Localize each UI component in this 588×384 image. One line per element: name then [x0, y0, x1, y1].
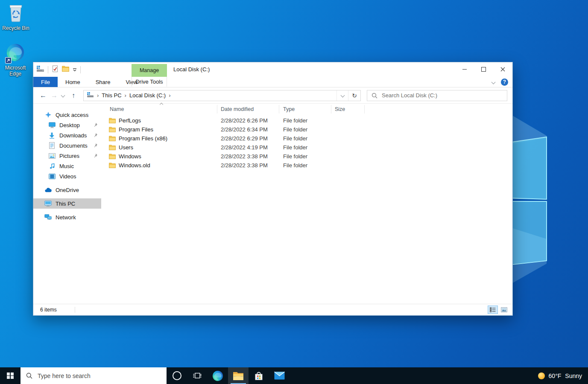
file-list-pane: Name Date modified Type Size PerfLogs 2/…: [101, 104, 512, 304]
column-header-name[interactable]: Name: [101, 105, 217, 113]
column-header-size[interactable]: Size: [331, 105, 365, 113]
onedrive-cloud-icon: [44, 186, 52, 194]
file-explorer-taskbar-button[interactable]: [228, 367, 249, 384]
documents-icon: [48, 142, 56, 149]
edge-taskbar-button[interactable]: [208, 367, 228, 384]
refresh-button[interactable]: ↻: [348, 90, 360, 101]
videos-film-icon: [48, 173, 56, 180]
pin-icon: [93, 143, 98, 149]
desktop-icon-label: Recycle Bin: [0, 25, 31, 31]
tab-file[interactable]: File: [33, 77, 58, 87]
window-controls: [455, 62, 512, 76]
microsoft-store-button[interactable]: [249, 367, 269, 384]
quick-access-star-icon: [44, 111, 52, 119]
back-button[interactable]: ←: [38, 92, 49, 99]
sun-icon: [538, 372, 545, 379]
file-explorer-window: Manage Local Disk (C:) File Home Share V…: [33, 62, 513, 316]
quick-access-toolbar: [37, 62, 81, 77]
task-view-icon: [193, 372, 202, 379]
up-button[interactable]: ↑: [68, 92, 79, 99]
sidebar-item-quick-access[interactable]: Quick access: [33, 110, 101, 120]
mail-icon: [274, 372, 285, 380]
breadcrumb-this-pc[interactable]: This PC: [102, 92, 121, 99]
sidebar-item-network[interactable]: Network: [33, 212, 101, 222]
expand-ribbon-icon[interactable]: [491, 80, 496, 84]
help-icon[interactable]: ?: [501, 79, 508, 86]
sidebar-item-downloads[interactable]: Downloads: [33, 130, 101, 140]
file-type: File folder: [279, 144, 331, 151]
explorer-search-box: [367, 90, 507, 101]
file-row-users[interactable]: Users 2/28/2022 4:19 PM File folder: [101, 143, 512, 152]
file-date-modified: 2/28/2022 6:26 PM: [217, 117, 279, 124]
explorer-search-input[interactable]: [381, 92, 504, 99]
explorer-main: Quick access Desktop Downloads: [33, 104, 512, 304]
file-row-perflogs[interactable]: PerfLogs 2/28/2022 6:26 PM File folder: [101, 116, 512, 125]
minimize-button[interactable]: [455, 62, 474, 76]
tab-share[interactable]: Share: [88, 77, 118, 87]
new-folder-button[interactable]: [62, 66, 69, 73]
window-title: Local Disk (C:): [173, 62, 210, 77]
folder-icon: [109, 118, 116, 123]
ribbon-right-controls: ?: [492, 77, 508, 87]
weather-widget[interactable]: 60°F Sunny: [538, 367, 588, 384]
edge-icon: [6, 43, 25, 64]
tab-drive-tools[interactable]: Drive Tools: [132, 77, 167, 87]
properties-button[interactable]: [52, 65, 59, 74]
column-header-date-modified[interactable]: Date modified: [217, 105, 279, 113]
start-button[interactable]: [0, 367, 20, 384]
chevron-down-icon: [340, 93, 345, 98]
title-bar: Manage Local Disk (C:): [33, 62, 512, 77]
file-row-program-files[interactable]: Program Files 2/28/2022 6:34 PM File fol…: [101, 125, 512, 134]
details-view-button[interactable]: [488, 305, 498, 314]
contextual-tab-group: Manage: [132, 64, 167, 77]
sort-ascending-icon: [160, 103, 163, 106]
downloads-arrow-icon: [48, 132, 56, 139]
desktop-icon-microsoft-edge[interactable]: Microsoft Edge: [0, 43, 31, 77]
file-date-modified: 2/28/2022 6:34 PM: [217, 126, 279, 133]
sidebar-item-pictures[interactable]: Pictures: [33, 151, 101, 161]
cortana-button[interactable]: [167, 367, 187, 384]
file-type: File folder: [279, 126, 331, 133]
tab-home[interactable]: Home: [58, 77, 88, 87]
breadcrumb[interactable]: › This PC › Local Disk (C:) ›: [84, 90, 336, 101]
items-count: 6 items: [40, 307, 57, 313]
file-name: PerfLogs: [119, 117, 141, 124]
column-header-type[interactable]: Type: [279, 105, 331, 113]
task-view-button[interactable]: [187, 367, 208, 384]
file-name: Users: [119, 144, 133, 151]
sidebar-item-documents[interactable]: Documents: [33, 140, 101, 151]
sidebar-item-videos[interactable]: Videos: [33, 171, 101, 181]
customize-toolbar-button[interactable]: [73, 66, 77, 73]
large-icons-view-button[interactable]: [499, 305, 509, 314]
navigation-pane: Quick access Desktop Downloads: [33, 104, 101, 304]
file-row-program-files-x86[interactable]: Program Files (x86) 2/28/2022 6:29 PM Fi…: [101, 134, 512, 143]
desktop-icon-label: Microsoft Edge: [0, 65, 31, 77]
file-row-windows[interactable]: Windows 2/28/2022 3:38 PM File folder: [101, 152, 512, 161]
sidebar-item-this-pc[interactable]: This PC: [33, 198, 101, 209]
breadcrumb-chevron: ›: [169, 92, 170, 99]
taskbar-search-input[interactable]: [37, 372, 167, 380]
desktop-icon-recycle-bin[interactable]: Recycle Bin: [0, 2, 31, 31]
file-rows: PerfLogs 2/28/2022 6:26 PM File folder P…: [101, 116, 512, 170]
sidebar-item-onedrive[interactable]: OneDrive: [33, 185, 101, 195]
forward-button[interactable]: →: [49, 92, 60, 99]
sidebar-item-desktop[interactable]: Desktop: [33, 120, 101, 130]
address-bar: › This PC › Local Disk (C:) › ↻: [83, 90, 361, 101]
details-view-icon: [490, 307, 496, 312]
recent-locations-icon[interactable]: [61, 93, 65, 98]
breadcrumb-local-disk[interactable]: Local Disk (C:): [129, 92, 166, 99]
file-name: Program Files: [119, 126, 153, 133]
status-divider: [75, 307, 75, 313]
file-row-windows-old[interactable]: Windows.old 2/28/2022 3:38 PM File folde…: [101, 161, 512, 170]
this-pc-icon: [44, 200, 52, 207]
file-type: File folder: [279, 135, 331, 142]
breadcrumb-chevron: ›: [125, 92, 126, 99]
maximize-button[interactable]: [474, 62, 493, 76]
sidebar-item-music[interactable]: Music: [33, 161, 101, 171]
pin-icon: [93, 153, 98, 159]
file-type: File folder: [279, 117, 331, 124]
mail-button[interactable]: [269, 367, 290, 384]
close-button[interactable]: [493, 62, 512, 76]
breadcrumb-chevron: ›: [97, 92, 99, 99]
address-dropdown-button[interactable]: [336, 90, 348, 101]
